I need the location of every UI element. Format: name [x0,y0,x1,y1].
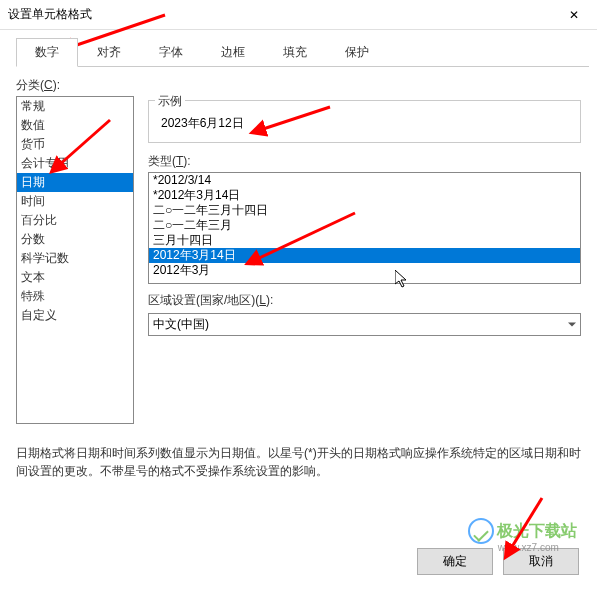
tab-number[interactable]: 数字 [16,38,78,67]
button-row: 确定 取消 [417,548,579,575]
watermark-logo-icon [468,518,494,544]
type-item[interactable]: 二○一二年三月 [149,218,580,233]
cat-item-custom[interactable]: 自定义 [17,306,133,325]
type-item[interactable]: 二○一二年三月十四日 [149,203,580,218]
tab-bar: 数字 对齐 字体 边框 填充 保护 [16,38,589,67]
cat-item-fraction[interactable]: 分数 [17,230,133,249]
content-area: 分类(C): 常规 数值 货币 会计专用 日期 时间 百分比 分数 科学记数 文… [0,67,597,430]
type-item[interactable]: *2012/3/14 [149,173,580,188]
cat-item-currency[interactable]: 货币 [17,135,133,154]
cat-item-general[interactable]: 常规 [17,97,133,116]
close-button[interactable]: ✕ [551,0,597,30]
cat-item-number[interactable]: 数值 [17,116,133,135]
svg-line-4 [510,498,542,550]
type-label: 类型(T): [148,153,581,170]
example-box: 示例 2023年6月12日 [148,100,581,143]
cat-item-text[interactable]: 文本 [17,268,133,287]
description-text: 日期格式将日期和时间系列数值显示为日期值。以星号(*)开头的日期格式响应操作系统… [16,444,581,480]
locale-label: 区域设置(国家/地区)(L): [148,292,581,309]
cat-item-scientific[interactable]: 科学记数 [17,249,133,268]
cat-item-special[interactable]: 特殊 [17,287,133,306]
type-item[interactable]: 2012年3月 [149,263,580,278]
type-item[interactable]: *2012年3月14日 [149,188,580,203]
type-list[interactable]: *2012/3/14 *2012年3月14日 二○一二年三月十四日 二○一二年三… [148,172,581,284]
tab-border[interactable]: 边框 [202,38,264,67]
cat-item-accounting[interactable]: 会计专用 [17,154,133,173]
titlebar: 设置单元格格式 ✕ [0,0,597,30]
tab-fill[interactable]: 填充 [264,38,326,67]
example-label: 示例 [155,93,185,110]
type-item-selected[interactable]: 2012年3月14日 [149,248,580,263]
tab-font[interactable]: 字体 [140,38,202,67]
window-title: 设置单元格格式 [8,6,551,23]
cancel-button[interactable]: 取消 [503,548,579,575]
watermark-text1: 极光下载站 [497,522,577,539]
cat-item-percent[interactable]: 百分比 [17,211,133,230]
example-value: 2023年6月12日 [161,115,568,132]
close-icon: ✕ [569,8,579,22]
ok-button[interactable]: 确定 [417,548,493,575]
cat-item-time[interactable]: 时间 [17,192,133,211]
type-item[interactable]: 三月十四日 [149,233,580,248]
category-label: 分类(C): [16,77,581,94]
cat-item-date[interactable]: 日期 [17,173,133,192]
locale-select[interactable]: 中文(中国) [148,313,581,336]
category-list[interactable]: 常规 数值 货币 会计专用 日期 时间 百分比 分数 科学记数 文本 特殊 自定… [16,96,134,424]
locale-value: 中文(中国) [148,313,581,336]
tab-align[interactable]: 对齐 [78,38,140,67]
tab-protect[interactable]: 保护 [326,38,388,67]
